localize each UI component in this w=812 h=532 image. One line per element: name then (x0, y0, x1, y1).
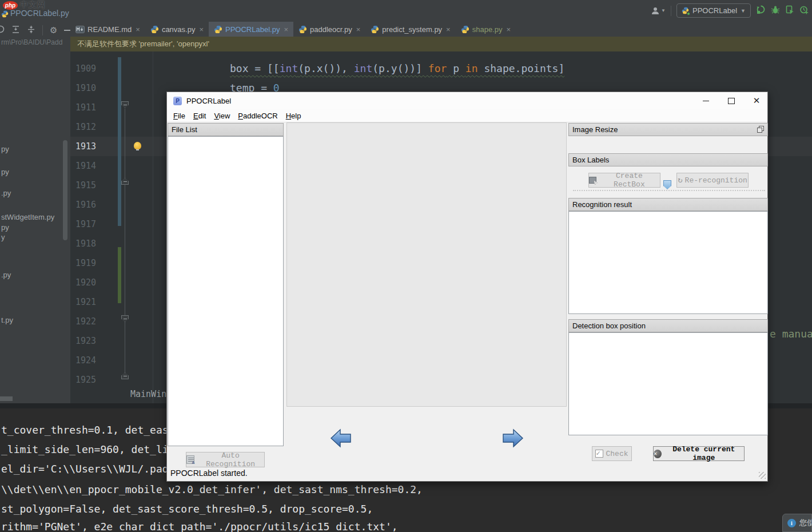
line-number-1919[interactable]: 1919 (70, 253, 96, 273)
tab-README.md[interactable]: README.md× (70, 22, 145, 37)
delete-icon: ✕ (654, 450, 662, 458)
resize-grip[interactable] (759, 472, 766, 479)
prev-image-arrow-icon[interactable] (329, 427, 352, 450)
indent-guide (153, 51, 153, 403)
collapse-all-icon[interactable] (27, 25, 35, 36)
tab-canvas.py[interactable]: canvas.py× (145, 22, 209, 37)
check-icon: ✓ (595, 450, 603, 458)
rerun-button[interactable] (756, 5, 766, 17)
window-title-bar[interactable]: P PPOCRLabel ✕ (167, 92, 767, 109)
user-account-icon[interactable]: ▼ (651, 6, 666, 15)
line-number-1921[interactable]: 1921 (70, 292, 96, 312)
fold-marker-icon[interactable] (121, 178, 129, 185)
hide-panel-icon[interactable] (64, 30, 70, 31)
check-button[interactable]: ✓ Check (592, 446, 632, 461)
slider-handle[interactable] (663, 180, 671, 189)
console-line: rithm='PGNet', e2e_char_dict_path='./ppo… (1, 521, 398, 532)
line-number-1922[interactable]: 1922 (70, 312, 96, 331)
line-number-1925[interactable]: 1925 (70, 370, 96, 390)
project-tree-item[interactable]: t.py (1, 316, 13, 324)
notification-popup[interactable]: i 您使 (782, 514, 812, 532)
debug-button[interactable] (771, 5, 780, 17)
editor-hscrollbar-thumb[interactable] (0, 396, 13, 401)
tab-paddleocr.py[interactable]: paddleocr.py× (293, 22, 365, 37)
file-list[interactable] (168, 136, 284, 446)
project-path-label: rm\Pro\BAIDU\Padd (1, 38, 62, 46)
maximize-button[interactable] (727, 97, 735, 105)
file-list-header[interactable]: File List (168, 123, 284, 136)
line-number-1923[interactable]: 1923 (70, 331, 96, 351)
detection-box-position-box[interactable] (568, 332, 768, 435)
project-tree-item[interactable]: .py (1, 189, 11, 197)
tab-close-icon[interactable]: × (356, 25, 361, 34)
recognition-result-box[interactable] (568, 211, 768, 314)
expand-all-icon[interactable] (11, 25, 20, 36)
slider-track[interactable] (573, 190, 765, 191)
menu-view[interactable]: View (210, 112, 234, 120)
project-scrollbar[interactable] (63, 140, 67, 240)
box-labels-header[interactable]: Box Labels (568, 153, 768, 166)
line-number-1915[interactable]: 1915 (70, 176, 96, 195)
line-number-1910[interactable]: 1910 (70, 78, 96, 98)
project-tree-item[interactable]: py (1, 223, 9, 232)
tab-close-icon[interactable]: × (199, 25, 204, 34)
line-number-1924[interactable]: 1924 (70, 351, 96, 370)
fold-marker-icon[interactable] (121, 372, 129, 379)
line-number-1909[interactable]: 1909 (70, 59, 96, 78)
auto-recognition-button[interactable]: Auto Recognition (186, 452, 265, 467)
app-icon: P (173, 97, 182, 105)
fold-marker-icon[interactable] (121, 315, 129, 322)
window-title: PPOCRLabel (186, 97, 231, 105)
project-tree-item[interactable]: py (1, 168, 9, 176)
image-canvas[interactable] (286, 122, 567, 407)
minimize-button[interactable] (702, 97, 710, 105)
line-number-1920[interactable]: 1920 (70, 273, 96, 292)
tab-close-icon[interactable]: × (506, 25, 511, 34)
python-file-icon (298, 25, 307, 34)
run-configuration-select[interactable]: PPOCRLabel ▼ (676, 3, 751, 18)
tab-shape.py[interactable]: shape.py× (456, 22, 516, 37)
next-image-arrow-icon[interactable] (501, 427, 524, 450)
project-tree-item[interactable]: py (1, 145, 9, 153)
toolbar-right-cluster: ▼ PPOCRLabel ▼ (651, 3, 809, 18)
delete-current-image-button[interactable]: ✕ Delete current image (653, 446, 745, 461)
tab-predict_system.py[interactable]: predict_system.py× (365, 22, 455, 37)
project-tree-item[interactable]: .py (1, 271, 11, 279)
circle-icon[interactable] (0, 25, 5, 35)
line-number-1918[interactable]: 1918 (70, 234, 96, 253)
menu-file[interactable]: File (169, 112, 189, 120)
intention-bulb-icon[interactable] (134, 142, 141, 149)
menu-paddleocr[interactable]: PaddleOCR (234, 112, 281, 120)
line-number-1912[interactable]: 1912 (70, 117, 96, 137)
profiler-button[interactable] (799, 5, 809, 17)
menu-help[interactable]: Help (282, 112, 305, 120)
float-panel-icon[interactable] (757, 126, 763, 132)
line-number-1913[interactable]: 1913 (70, 137, 96, 156)
python-file-icon (1, 10, 9, 20)
tab-close-icon[interactable]: × (136, 25, 140, 34)
line-number-1917[interactable]: 1917 (70, 215, 96, 234)
screen: php 中文网 PPOCRLabel.py ▼ PPOCRLabel ▼ (0, 0, 812, 532)
tab-PPOCRLabel.py[interactable]: PPOCRLabel.py× (209, 22, 293, 37)
line-number-1911[interactable]: 1911 (70, 98, 96, 117)
close-button[interactable]: ✕ (753, 97, 761, 105)
create-rectbox-button[interactable]: Create RectBox (588, 173, 660, 188)
recognition-result-header[interactable]: Recognition result (568, 198, 768, 211)
toolbar-separator (42, 25, 43, 35)
run-with-coverage-button[interactable] (785, 5, 794, 17)
image-resize-title: Image Resize (572, 125, 618, 134)
detection-box-header[interactable]: Detection box position (568, 319, 768, 332)
fold-marker-icon[interactable] (121, 101, 129, 108)
console-line: _limit_side_len=960, det_li (1, 443, 169, 455)
chevron-down-icon: ▼ (741, 8, 746, 14)
tab-close-icon[interactable]: × (284, 25, 288, 34)
tab-close-icon[interactable]: × (446, 25, 451, 34)
menu-edit[interactable]: Edit (189, 112, 210, 120)
project-tree-item[interactable]: stWidgetItem.py (1, 213, 54, 221)
gear-icon[interactable]: ⚙ (50, 25, 57, 35)
line-number-1916[interactable]: 1916 (70, 195, 96, 215)
image-resize-header[interactable]: Image Resize (568, 123, 768, 136)
re-recognition-button[interactable]: ↻ Re-recognition (676, 173, 749, 188)
project-tree-item[interactable]: y (1, 233, 5, 241)
line-number-1914[interactable]: 1914 (70, 156, 96, 176)
